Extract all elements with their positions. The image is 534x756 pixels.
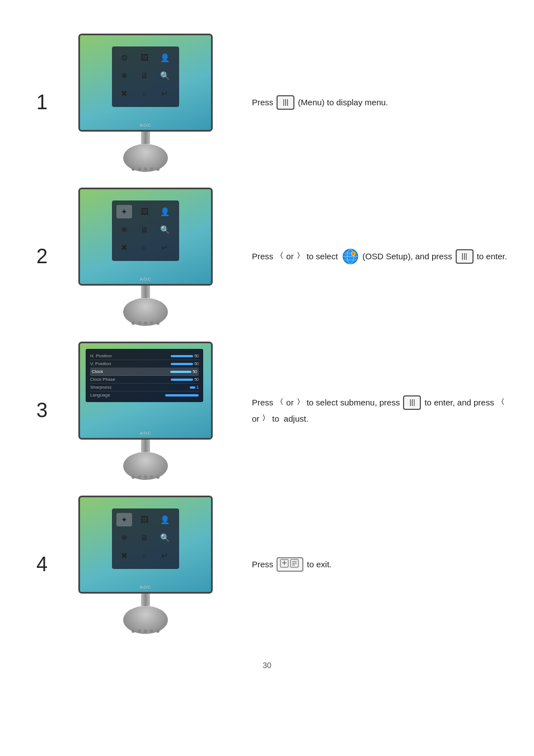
right-arrow-3b: 〉 xyxy=(262,413,269,424)
step-4-number: 4 xyxy=(22,553,62,576)
osd-menu-2: ✦ 🖼 👤 ❄ 🖥 🔍 ✖ ○ ↵ xyxy=(112,200,179,261)
osd-icon-display-4: 🖥 xyxy=(137,531,152,544)
osd-icon-circle-2: ○ xyxy=(137,241,152,254)
left-arrow-3b: 〈 xyxy=(497,396,504,408)
monitor-screen-3: H. Position 50 V. Position 50 xyxy=(78,342,213,440)
monitor-brand-3: AOC xyxy=(140,431,151,436)
osd-icon-settings: ⚙ xyxy=(116,51,132,64)
svg-point-6 xyxy=(352,253,354,255)
step-2-to-enter: to enter. xyxy=(477,250,507,263)
menu-button-icon-1: ||| xyxy=(277,95,294,110)
osd-icon-picture: 🖼 xyxy=(137,51,152,64)
osd-icon-picture-2: 🖼 xyxy=(137,205,152,218)
step-1-menu-label: (Menu) to display menu. xyxy=(298,96,388,109)
osd-icon-close-4: ✖ xyxy=(116,549,132,562)
left-arrow-3a: 〈 xyxy=(276,396,283,408)
step-2-description: Press 〈 or 〉 to select (OSD Setup), and … xyxy=(229,248,512,265)
step-3-or-2: or xyxy=(252,412,259,426)
osd-icon-star-4: ✦ xyxy=(116,513,132,526)
monitor-brand-2: AOC xyxy=(140,277,151,282)
monitor-screen-2: ✦ 🖼 👤 ❄ 🖥 🔍 ✖ ○ ↵ AOC xyxy=(78,188,213,286)
osd-icon-display-2: 🖥 xyxy=(137,223,152,236)
osd-icon-color-2: ❄ xyxy=(116,223,132,236)
step-1-description: Press ||| (Menu) to display menu. xyxy=(229,95,512,110)
osd-icon-magnify-4: 🔍 xyxy=(157,531,172,544)
page-number: 30 xyxy=(22,661,512,670)
osd-icon-enter-4: ↵ xyxy=(157,549,172,562)
right-arrow-2a: 〉 xyxy=(297,250,304,262)
stand-neck-1 xyxy=(141,132,150,144)
monitor-screen-4: ✦ 🖼 👤 ❄ 🖥 🔍 ✖ ○ ↵ AOC xyxy=(78,496,213,594)
submenu-row-vpos: V. Position 50 xyxy=(90,360,199,368)
menu-button-icon-3: ||| xyxy=(403,395,421,410)
stand-neck-2 xyxy=(141,286,150,298)
step-4-text: Press to exit. xyxy=(252,557,512,572)
step-3-monitor: H. Position 50 V. Position 50 xyxy=(62,342,229,479)
osd-icon-picture-4: 🖼 xyxy=(137,513,152,526)
osd-menu-1: ⚙ 🖼 👤 ❄ 🖥 🔍 ✖ ○ ↵ xyxy=(112,46,179,107)
osd-icon-color-4: ❄ xyxy=(116,531,132,544)
step-3-or-1: or xyxy=(286,396,293,409)
step-4-to-exit: to exit. xyxy=(307,558,331,571)
osd-icon-user-2: 👤 xyxy=(157,205,172,218)
step-3-to: to xyxy=(272,412,279,426)
step-4-press-label: Press xyxy=(252,558,273,571)
step-4-description: Press to exit. xyxy=(229,557,512,572)
step-3-adjust: adjust. xyxy=(284,412,308,426)
monitor-brand-1: AOC xyxy=(140,123,151,128)
stand-dots-3 xyxy=(132,475,160,479)
right-arrow-3a: 〉 xyxy=(297,396,304,408)
stand-neck-4 xyxy=(141,594,150,606)
step-2-monitor: ✦ 🖼 👤 ❄ 🖥 🔍 ✖ ○ ↵ AOC xyxy=(62,188,229,325)
monitor-screen-1: ⚙ 🖼 👤 ❄ 🖥 🔍 ✖ ○ ↵ AOC xyxy=(78,34,213,132)
osd-icon-magnify-2: 🔍 xyxy=(157,223,172,236)
step-2-number: 2 xyxy=(22,245,62,268)
stand-neck-3 xyxy=(141,440,150,452)
submenu-row-phase: Clock Phase 50 xyxy=(90,376,199,384)
submenu-row-lang: Language xyxy=(90,391,199,399)
page: 1 ⚙ 🖼 👤 ❄ 🖥 🔍 ✖ ○ ↵ AOC xyxy=(0,0,534,756)
step-3-select-sub: to select submenu, press xyxy=(307,396,400,409)
step-2-row: 2 ✦ 🖼 👤 ❄ 🖥 🔍 ✖ ○ ↵ AOC xyxy=(22,188,512,325)
osd-icon-circle-4: ○ xyxy=(137,549,152,562)
step-2-or-label: or xyxy=(286,250,293,263)
osd-icon-user-4: 👤 xyxy=(157,513,172,526)
step-2-osd-label: (OSD Setup), and press xyxy=(363,250,452,263)
step-1-text: Press ||| (Menu) to display menu. xyxy=(252,95,512,110)
submenu-row-clock: Clock 50 xyxy=(90,368,199,376)
osd-icon-user: 👤 xyxy=(157,51,172,64)
osd-icon-enter-2: ↵ xyxy=(157,241,172,254)
osd-icon-enter: ↵ xyxy=(157,87,172,100)
osd-submenu-3: H. Position 50 V. Position 50 xyxy=(86,349,203,402)
step-1-press-label: Press xyxy=(252,96,273,109)
step-3-press-label: Press xyxy=(252,396,273,409)
monitor-brand-4: AOC xyxy=(140,585,151,590)
step-2-press-label: Press xyxy=(252,250,273,263)
stand-dots-2 xyxy=(132,321,160,325)
left-arrow-2a: 〈 xyxy=(276,250,283,262)
osd-icon-color: ❄ xyxy=(116,69,132,82)
step-1-number: 1 xyxy=(22,91,62,114)
submenu-row-hpos: H. Position 50 xyxy=(90,352,199,360)
step-3-description: Press 〈 or 〉 to select submenu, press ||… xyxy=(229,395,512,426)
step-2-to-select: to select xyxy=(307,250,338,263)
osd-icon-circle: ○ xyxy=(137,87,152,100)
step-3-text: Press 〈 or 〉 to select submenu, press ||… xyxy=(252,395,512,426)
stand-dots-1 xyxy=(132,167,160,171)
stand-dots-4 xyxy=(132,629,160,633)
osd-icon-magnify: 🔍 xyxy=(157,69,172,82)
step-2-text: Press 〈 or 〉 to select (OSD Setup), and … xyxy=(252,248,512,265)
step-1-monitor: ⚙ 🖼 👤 ❄ 🖥 🔍 ✖ ○ ↵ AOC xyxy=(62,34,229,171)
osd-menu-4: ✦ 🖼 👤 ❄ 🖥 🔍 ✖ ○ ↵ xyxy=(112,508,179,569)
globe-icon xyxy=(342,248,359,265)
submenu-row-sharp: Sharpness 1 xyxy=(90,384,199,391)
osd-icon-close-2: ✖ xyxy=(116,241,132,254)
osd-icon-close: ✖ xyxy=(116,87,132,100)
step-4-row: 4 ✦ 🖼 👤 ❄ 🖥 🔍 ✖ ○ ↵ AOC xyxy=(22,496,512,633)
step-1-row: 1 ⚙ 🖼 👤 ❄ 🖥 🔍 ✖ ○ ↵ AOC xyxy=(22,34,512,171)
step-4-monitor: ✦ 🖼 👤 ❄ 🖥 🔍 ✖ ○ ↵ AOC xyxy=(62,496,229,633)
osd-icon-star: ✦ xyxy=(116,205,132,218)
step-3-row: 3 H. Position 50 V. Position xyxy=(22,342,512,479)
exit-button-icon xyxy=(277,557,303,572)
step-3-to-enter: to enter, and press xyxy=(424,396,494,409)
